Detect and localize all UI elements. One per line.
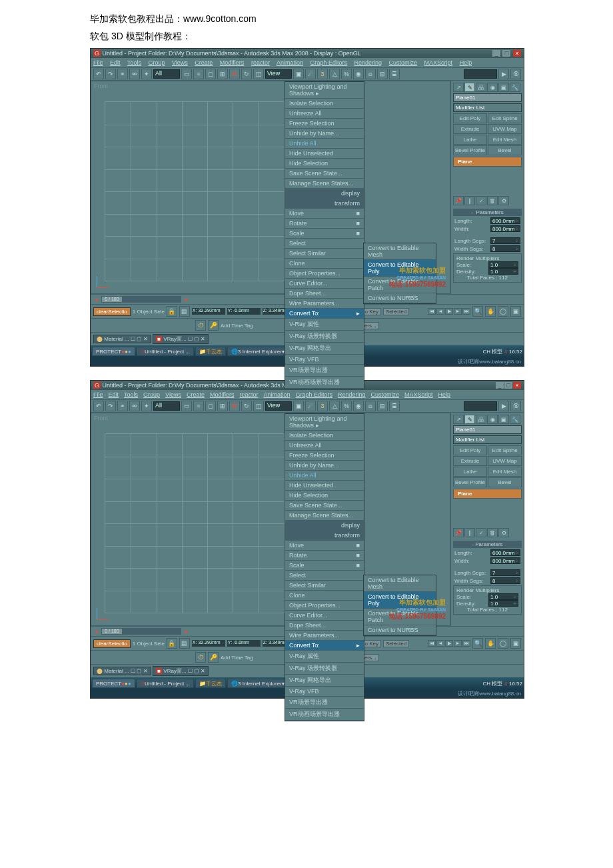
pivot-button[interactable]: ▣ bbox=[293, 69, 304, 79]
ctx2-select[interactable]: Select bbox=[285, 571, 364, 581]
orbit-icon[interactable]: ◯ bbox=[498, 306, 508, 317]
play-button[interactable]: ▶ bbox=[445, 308, 453, 315]
btn-edit-mesh[interactable]: Edit Mesh bbox=[488, 135, 522, 145]
prev-2[interactable]: ◄ bbox=[436, 640, 444, 647]
ctx2-vr-scene[interactable]: VR场景导出器 bbox=[285, 697, 364, 709]
ctx-hide-selection[interactable]: Hide Selection bbox=[285, 159, 364, 169]
ctx-curve-editor[interactable]: Curve Editor... bbox=[285, 279, 364, 289]
select-2[interactable]: ▭ bbox=[181, 401, 192, 411]
ctx-vray-mesh[interactable]: V-Ray 网格导出 bbox=[285, 343, 364, 355]
menu-reactor-2[interactable]: reactor bbox=[239, 391, 258, 398]
menu-maxscript[interactable]: MAXScript bbox=[424, 59, 453, 66]
viewport-front-2[interactable]: Front Viewport Lighting and Shadows ▸ Is… bbox=[91, 413, 450, 626]
tab-display-2[interactable]: ▣ bbox=[498, 415, 509, 424]
menu-animation[interactable]: Animation bbox=[277, 59, 303, 66]
mirror-button[interactable]: ⧈ bbox=[365, 69, 376, 79]
menu-edit-2[interactable]: Edit bbox=[109, 391, 119, 398]
stack-show-button[interactable]: ∥ bbox=[464, 196, 475, 205]
ctx-wire-params[interactable]: Wire Parameters... bbox=[285, 299, 364, 309]
tab-modify-2[interactable]: ✎ bbox=[464, 415, 475, 424]
menu-rendering[interactable]: Rendering bbox=[354, 59, 382, 66]
lock-2[interactable]: 🔒 bbox=[167, 638, 177, 649]
ctx-vray-prop[interactable]: V-Ray 属性 bbox=[285, 319, 364, 331]
stack-pin-button[interactable]: 📌 bbox=[453, 196, 464, 205]
btn-editpoly-2[interactable]: Edit Poly bbox=[453, 445, 487, 455]
btn-editspline-2[interactable]: Edit Spline bbox=[488, 445, 522, 455]
btn-edit-poly[interactable]: Edit Poly bbox=[453, 113, 487, 123]
window-crossing-button[interactable]: ⊞ bbox=[217, 69, 228, 79]
density-spinner[interactable]: 1.0 bbox=[488, 268, 518, 275]
tab-utilities[interactable]: 🔧 bbox=[510, 83, 520, 92]
ctx-freeze[interactable]: Freeze Selection bbox=[285, 119, 364, 129]
ctx2-vr-anim[interactable]: VR动画场景导出器 bbox=[285, 709, 364, 721]
task-folder-2[interactable]: 📁 千云杰 bbox=[195, 679, 226, 688]
menu-graph[interactable]: Graph Editors bbox=[310, 59, 347, 66]
btn-uvw[interactable]: UVW Map bbox=[488, 124, 522, 134]
render-preset[interactable] bbox=[464, 69, 497, 79]
rotate-button[interactable]: ↻ bbox=[241, 69, 252, 79]
btn-edit-spline[interactable]: Edit Spline bbox=[488, 113, 522, 123]
ctx2-clone[interactable]: Clone bbox=[285, 591, 364, 601]
scale-button[interactable]: ◫ bbox=[253, 69, 264, 79]
ctx2-save-state[interactable]: Save Scene State... bbox=[285, 501, 364, 511]
move-button[interactable]: ✥ bbox=[229, 69, 240, 79]
next-frame[interactable]: ► bbox=[454, 308, 462, 315]
tab-create-2[interactable]: ↗ bbox=[453, 415, 464, 424]
ctx-unhide-name[interactable]: Unhide by Name... bbox=[285, 129, 364, 139]
btn-extrude-2[interactable]: Extrude bbox=[453, 456, 487, 466]
menu-help-2[interactable]: Help bbox=[438, 391, 451, 398]
key-mode-icon[interactable]: 🔑 bbox=[208, 320, 219, 331]
ctx2-obj-props[interactable]: Object Properties... bbox=[285, 601, 364, 611]
tab-display[interactable]: ▣ bbox=[498, 83, 509, 92]
btn-bevelp-2[interactable]: Bevel Profile bbox=[453, 477, 487, 487]
snap-2[interactable]: 3 bbox=[317, 401, 328, 411]
close-button[interactable]: × bbox=[513, 50, 521, 57]
btn-extrude[interactable]: Extrude bbox=[453, 124, 487, 134]
ctx2-freeze[interactable]: Freeze Selection bbox=[285, 451, 364, 461]
btn-lathe-2[interactable]: Lathe bbox=[453, 467, 487, 477]
time-slider-2[interactable]: 0 / 100 bbox=[101, 628, 181, 635]
length-spinner[interactable]: 600.0mm bbox=[490, 217, 520, 224]
menu-rendering-2[interactable]: Rendering bbox=[338, 391, 366, 398]
ctx2-unfreeze[interactable]: Unfreeze All bbox=[285, 441, 364, 451]
task-protect[interactable]: PROTECT ●●● bbox=[92, 347, 135, 356]
prev-frame[interactable]: ◄ bbox=[436, 308, 444, 315]
x-coord[interactable]: X: 32.292mm bbox=[192, 308, 225, 315]
ctx2-hide-unsel[interactable]: Hide Unselected bbox=[285, 481, 364, 491]
undo-button[interactable]: ↶ bbox=[93, 69, 104, 79]
ctx2-wire[interactable]: Wire Parameters... bbox=[285, 631, 364, 641]
object-name-field[interactable]: Plane01 bbox=[453, 93, 522, 102]
ctx2-scale[interactable]: Scale ■ bbox=[285, 561, 364, 571]
ctx-vr-anim[interactable]: VR动画场景导出器 bbox=[285, 377, 364, 389]
asnap-2[interactable]: △ bbox=[329, 401, 340, 411]
btn-editmesh-2[interactable]: Edit Mesh bbox=[488, 467, 522, 477]
select-rect-2[interactable]: ▢ bbox=[205, 401, 216, 411]
layer-2[interactable]: ≣ bbox=[389, 401, 400, 411]
render-2[interactable]: ▶ bbox=[498, 401, 509, 411]
density-spinner-2[interactable]: 1.0 bbox=[488, 600, 518, 607]
modifier-list-dropdown[interactable]: Modifier List bbox=[453, 103, 522, 112]
task-folder[interactable]: 📁 千云杰 bbox=[195, 347, 226, 356]
sel-filter-2[interactable]: All bbox=[153, 401, 180, 411]
orbit-2[interactable]: ◯ bbox=[498, 638, 508, 649]
menu-animation-2[interactable]: Animation bbox=[263, 391, 290, 398]
stack-plane[interactable]: Plane bbox=[453, 157, 522, 167]
play-2[interactable]: ▶ bbox=[445, 640, 453, 647]
undo-2[interactable]: ↶ bbox=[93, 401, 104, 411]
stack-remove-2[interactable]: 🗑 bbox=[487, 528, 498, 537]
task-ie-2[interactable]: 🌐 3 Internet Explorer ▾ bbox=[227, 679, 289, 688]
scale-spinner[interactable]: 1.0 bbox=[488, 261, 518, 268]
rollup-params-2[interactable]: - Parameters bbox=[453, 541, 522, 548]
ctx2-vray-prop[interactable]: V-Ray 属性 bbox=[285, 651, 364, 663]
abs-2[interactable]: ▤ bbox=[179, 638, 190, 649]
ctx2-manage-state[interactable]: Manage Scene States... bbox=[285, 511, 364, 521]
pct-snap-button[interactable]: % bbox=[341, 69, 352, 79]
stack-unique-button[interactable]: ✓ bbox=[476, 196, 486, 205]
x-2[interactable]: X: 32.292mm bbox=[192, 640, 225, 647]
rollup-parameters[interactable]: - Parameters bbox=[453, 209, 522, 216]
coord-2[interactable]: View bbox=[265, 401, 292, 411]
add-time-tag[interactable]: Add Time Tag bbox=[221, 323, 253, 329]
ctx2-convert[interactable]: Convert To: ▸ bbox=[285, 641, 364, 651]
menu-tools-2[interactable]: Tools bbox=[124, 391, 138, 398]
align-button[interactable]: ⊟ bbox=[377, 69, 388, 79]
